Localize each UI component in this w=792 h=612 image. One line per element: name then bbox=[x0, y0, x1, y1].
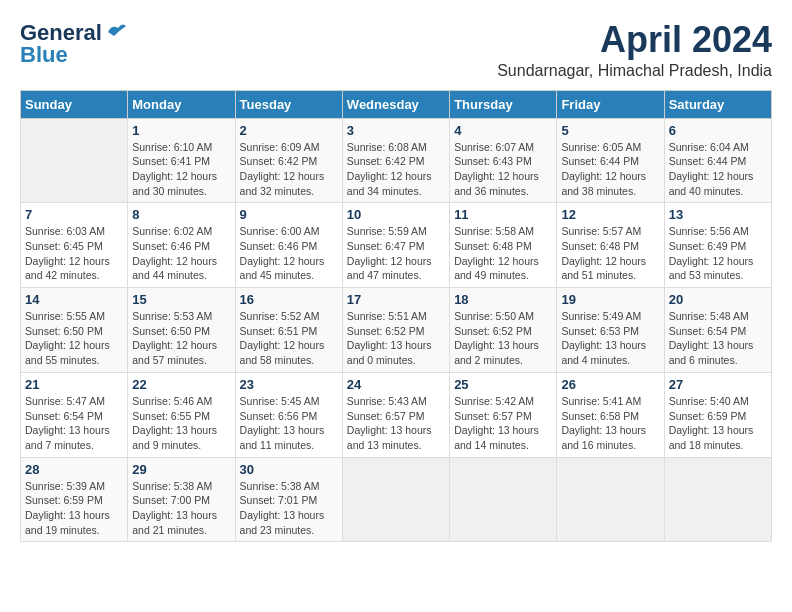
calendar-cell: 16Sunrise: 5:52 AMSunset: 6:51 PMDayligh… bbox=[235, 288, 342, 373]
day-number: 17 bbox=[347, 292, 445, 307]
day-info-line: Sunrise: 5:40 AM bbox=[669, 395, 749, 407]
day-info-line: Sunset: 6:53 PM bbox=[561, 325, 639, 337]
day-info-line: and 4 minutes. bbox=[561, 354, 630, 366]
day-number: 11 bbox=[454, 207, 552, 222]
day-info-line: Sunrise: 5:46 AM bbox=[132, 395, 212, 407]
day-info-line: Daylight: 12 hours bbox=[561, 170, 646, 182]
day-info: Sunrise: 6:07 AMSunset: 6:43 PMDaylight:… bbox=[454, 140, 552, 199]
day-number: 19 bbox=[561, 292, 659, 307]
day-info: Sunrise: 6:10 AMSunset: 6:41 PMDaylight:… bbox=[132, 140, 230, 199]
day-info-line: Sunset: 6:54 PM bbox=[25, 410, 103, 422]
day-info-line: Sunrise: 5:38 AM bbox=[132, 480, 212, 492]
calendar-header-row: SundayMondayTuesdayWednesdayThursdayFrid… bbox=[21, 90, 772, 118]
day-info: Sunrise: 5:59 AMSunset: 6:47 PMDaylight:… bbox=[347, 224, 445, 283]
day-info-line: Daylight: 12 hours bbox=[25, 339, 110, 351]
day-info-line: Sunrise: 5:57 AM bbox=[561, 225, 641, 237]
day-info-line: Sunrise: 6:07 AM bbox=[454, 141, 534, 153]
day-info-line: Sunrise: 6:09 AM bbox=[240, 141, 320, 153]
day-number: 28 bbox=[25, 462, 123, 477]
calendar-cell: 8Sunrise: 6:02 AMSunset: 6:46 PMDaylight… bbox=[128, 203, 235, 288]
day-info: Sunrise: 5:38 AMSunset: 7:01 PMDaylight:… bbox=[240, 479, 338, 538]
location-title: Sundarnagar, Himachal Pradesh, India bbox=[497, 62, 772, 80]
calendar-cell: 3Sunrise: 6:08 AMSunset: 6:42 PMDaylight… bbox=[342, 118, 449, 203]
day-number: 12 bbox=[561, 207, 659, 222]
day-info-line: Daylight: 12 hours bbox=[240, 255, 325, 267]
calendar-cell: 14Sunrise: 5:55 AMSunset: 6:50 PMDayligh… bbox=[21, 288, 128, 373]
calendar-cell: 26Sunrise: 5:41 AMSunset: 6:58 PMDayligh… bbox=[557, 372, 664, 457]
day-info-line: Sunrise: 5:53 AM bbox=[132, 310, 212, 322]
day-info-line: Daylight: 13 hours bbox=[454, 424, 539, 436]
day-number: 7 bbox=[25, 207, 123, 222]
day-info-line: and 57 minutes. bbox=[132, 354, 207, 366]
day-info-line: and 7 minutes. bbox=[25, 439, 94, 451]
calendar-cell: 20Sunrise: 5:48 AMSunset: 6:54 PMDayligh… bbox=[664, 288, 771, 373]
header-sunday: Sunday bbox=[21, 90, 128, 118]
day-info: Sunrise: 6:04 AMSunset: 6:44 PMDaylight:… bbox=[669, 140, 767, 199]
day-info-line: Sunset: 6:57 PM bbox=[347, 410, 425, 422]
day-info-line: Daylight: 12 hours bbox=[132, 170, 217, 182]
day-info-line: Sunrise: 5:55 AM bbox=[25, 310, 105, 322]
day-number: 14 bbox=[25, 292, 123, 307]
day-info-line: Sunset: 6:58 PM bbox=[561, 410, 639, 422]
calendar-cell: 6Sunrise: 6:04 AMSunset: 6:44 PMDaylight… bbox=[664, 118, 771, 203]
day-info: Sunrise: 5:48 AMSunset: 6:54 PMDaylight:… bbox=[669, 309, 767, 368]
day-info-line: Sunrise: 5:52 AM bbox=[240, 310, 320, 322]
calendar-cell: 19Sunrise: 5:49 AMSunset: 6:53 PMDayligh… bbox=[557, 288, 664, 373]
day-info-line: Sunset: 6:49 PM bbox=[669, 240, 747, 252]
day-number: 26 bbox=[561, 377, 659, 392]
day-number: 13 bbox=[669, 207, 767, 222]
day-number: 9 bbox=[240, 207, 338, 222]
calendar-cell: 5Sunrise: 6:05 AMSunset: 6:44 PMDaylight… bbox=[557, 118, 664, 203]
day-info-line: Sunrise: 6:08 AM bbox=[347, 141, 427, 153]
day-info-line: Sunset: 6:56 PM bbox=[240, 410, 318, 422]
day-number: 24 bbox=[347, 377, 445, 392]
day-info-line: Daylight: 13 hours bbox=[347, 339, 432, 351]
day-info: Sunrise: 5:43 AMSunset: 6:57 PMDaylight:… bbox=[347, 394, 445, 453]
day-info-line: and 13 minutes. bbox=[347, 439, 422, 451]
calendar-cell: 24Sunrise: 5:43 AMSunset: 6:57 PMDayligh… bbox=[342, 372, 449, 457]
day-info-line: Daylight: 12 hours bbox=[454, 170, 539, 182]
day-info-line: Sunrise: 6:10 AM bbox=[132, 141, 212, 153]
day-info: Sunrise: 6:08 AMSunset: 6:42 PMDaylight:… bbox=[347, 140, 445, 199]
day-info-line: and 18 minutes. bbox=[669, 439, 744, 451]
day-info-line: and 47 minutes. bbox=[347, 269, 422, 281]
calendar-cell: 30Sunrise: 5:38 AMSunset: 7:01 PMDayligh… bbox=[235, 457, 342, 542]
day-info-line: Sunset: 6:50 PM bbox=[25, 325, 103, 337]
calendar-table: SundayMondayTuesdayWednesdayThursdayFrid… bbox=[20, 90, 772, 543]
day-info-line: Sunset: 6:45 PM bbox=[25, 240, 103, 252]
day-info: Sunrise: 5:56 AMSunset: 6:49 PMDaylight:… bbox=[669, 224, 767, 283]
calendar-cell: 27Sunrise: 5:40 AMSunset: 6:59 PMDayligh… bbox=[664, 372, 771, 457]
page-header: General Blue April 2024 Sundarnagar, Him… bbox=[20, 20, 772, 80]
calendar-cell: 7Sunrise: 6:03 AMSunset: 6:45 PMDaylight… bbox=[21, 203, 128, 288]
day-info-line: and 30 minutes. bbox=[132, 185, 207, 197]
day-info-line: and 36 minutes. bbox=[454, 185, 529, 197]
day-info-line: and 14 minutes. bbox=[454, 439, 529, 451]
day-info: Sunrise: 5:42 AMSunset: 6:57 PMDaylight:… bbox=[454, 394, 552, 453]
calendar-cell: 15Sunrise: 5:53 AMSunset: 6:50 PMDayligh… bbox=[128, 288, 235, 373]
day-info-line: Sunset: 7:00 PM bbox=[132, 494, 210, 506]
day-info-line: and 9 minutes. bbox=[132, 439, 201, 451]
day-info: Sunrise: 5:51 AMSunset: 6:52 PMDaylight:… bbox=[347, 309, 445, 368]
day-info-line: Daylight: 13 hours bbox=[240, 424, 325, 436]
day-info-line: Sunrise: 5:59 AM bbox=[347, 225, 427, 237]
day-info-line: Sunset: 6:43 PM bbox=[454, 155, 532, 167]
day-info-line: Sunrise: 5:51 AM bbox=[347, 310, 427, 322]
calendar-week-row: 7Sunrise: 6:03 AMSunset: 6:45 PMDaylight… bbox=[21, 203, 772, 288]
day-info-line: and 19 minutes. bbox=[25, 524, 100, 536]
day-info: Sunrise: 5:46 AMSunset: 6:55 PMDaylight:… bbox=[132, 394, 230, 453]
logo-bird-icon bbox=[104, 22, 126, 40]
day-info-line: and 34 minutes. bbox=[347, 185, 422, 197]
day-info-line: Sunset: 6:44 PM bbox=[669, 155, 747, 167]
day-info-line: Daylight: 12 hours bbox=[561, 255, 646, 267]
calendar-cell: 18Sunrise: 5:50 AMSunset: 6:52 PMDayligh… bbox=[450, 288, 557, 373]
day-info-line: Sunrise: 5:56 AM bbox=[669, 225, 749, 237]
day-number: 15 bbox=[132, 292, 230, 307]
calendar-cell bbox=[450, 457, 557, 542]
day-number: 2 bbox=[240, 123, 338, 138]
day-info-line: Sunset: 6:47 PM bbox=[347, 240, 425, 252]
day-info-line: and 32 minutes. bbox=[240, 185, 315, 197]
calendar-cell: 2Sunrise: 6:09 AMSunset: 6:42 PMDaylight… bbox=[235, 118, 342, 203]
day-info-line: Sunrise: 6:04 AM bbox=[669, 141, 749, 153]
calendar-cell: 25Sunrise: 5:42 AMSunset: 6:57 PMDayligh… bbox=[450, 372, 557, 457]
day-info-line: Sunset: 6:46 PM bbox=[240, 240, 318, 252]
